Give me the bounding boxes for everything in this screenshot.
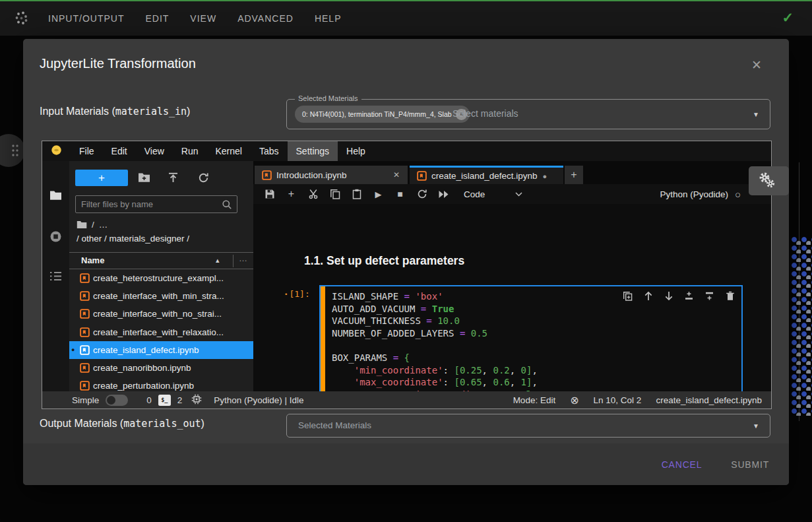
insert-cell-icon[interactable]: + [286, 189, 297, 200]
delete-cell-icon[interactable] [724, 290, 735, 302]
kernel-status-text[interactable]: Python (Pyodide) | Idle [214, 395, 303, 405]
paste-cells-icon[interactable] [351, 189, 362, 200]
more-columns-icon[interactable]: … [239, 253, 247, 263]
file-row[interactable]: create_perturbation.ipynb [69, 377, 253, 391]
new-tab-button[interactable]: + [565, 166, 583, 184]
code-token: 0.5 [471, 328, 487, 339]
jupyter-menu-help[interactable]: Help [338, 141, 374, 161]
duplicate-cell-icon[interactable] [622, 290, 633, 302]
upload-icon[interactable] [168, 172, 179, 186]
file-row[interactable]: create_interface_with_no_strai... [69, 305, 253, 323]
selected-materials-legend: Selected Materials [295, 94, 361, 102]
run-cell-icon[interactable]: ▶ [373, 189, 384, 200]
jupyter-menu-edit[interactable]: Edit [103, 141, 136, 161]
breadcrumb-root[interactable]: / [92, 220, 94, 230]
cancel-button[interactable]: CANCEL [662, 459, 703, 470]
insert-cell-above-icon[interactable] [683, 290, 695, 302]
code-token: 0.65 [460, 377, 482, 387]
selected-materials-select[interactable]: Selected Materials 0: N4Ti4(001), termin… [286, 99, 770, 129]
simple-mode-label: Simple [72, 395, 99, 405]
simple-mode-toggle[interactable] [106, 395, 128, 406]
floating-menu-button[interactable] [0, 134, 25, 167]
chevron-down-icon[interactable]: ▼ [753, 111, 759, 118]
breadcrumb-path[interactable]: / other / materials_designer / [77, 234, 189, 244]
tab-create-island-defect[interactable]: create_island_defect.ipynb ● [410, 166, 563, 184]
jupyter-menu-run[interactable]: Run [173, 141, 207, 161]
tab-introduction[interactable]: Introduction.ipynb ✕ [255, 166, 408, 184]
running-sessions-tab-icon[interactable] [49, 230, 62, 245]
insert-cell-below-icon[interactable] [704, 290, 715, 302]
jupyter-menu-settings[interactable]: Settings [288, 141, 338, 161]
copy-cells-icon[interactable] [329, 189, 340, 200]
new-launcher-button[interactable]: + [75, 170, 128, 186]
cut-cells-icon[interactable] [307, 189, 319, 200]
unsaved-dot-icon: ● [543, 172, 547, 180]
folder-icon[interactable] [77, 220, 87, 229]
material-chip[interactable]: 0: N4Ti4(001), termination TiN_P4/mmm_4,… [295, 106, 470, 123]
file-row[interactable]: create_nanoribbon.ipynb [69, 359, 253, 377]
output-materials-variable: materials_out [123, 418, 201, 430]
code-token: , [510, 377, 521, 387]
chevron-down-icon[interactable]: ▼ [753, 422, 759, 430]
file-name: create_heterostructure_exampl... [93, 273, 224, 283]
check-icon[interactable]: ✓ [782, 10, 794, 26]
file-row[interactable]: create_interface_with_min_stra... [69, 287, 253, 305]
jupyter-status-bar: Simple 0 $_ 2 Python (Pyodide) | Idle Mo… [42, 391, 771, 408]
file-row[interactable]: create_interface_with_relaxatio... [69, 323, 253, 341]
jupyter-menu-tabs[interactable]: Tabs [251, 141, 288, 161]
tab-label: Introduction.ipynb [276, 170, 347, 180]
refresh-icon[interactable] [198, 172, 209, 186]
new-folder-icon[interactable] [138, 172, 150, 185]
code-cell[interactable]: ISLAND_SHAPE = 'box' AUTO_ADD_VACUUM = T… [319, 285, 743, 391]
menu-advanced[interactable]: ADVANCED [237, 13, 294, 24]
menu-edit[interactable]: EDIT [145, 13, 169, 24]
file-list: create_heterostructure_exampl... create_… [69, 269, 253, 391]
notebook-content[interactable]: 1.1. Set up defect parameters • [1]: ISL… [253, 204, 771, 391]
kernel-selector[interactable]: Python (Pyodide) ○ [660, 189, 741, 200]
file-name: create_nanoribbon.ipynb [93, 363, 191, 373]
file-list-header[interactable]: Name ▴ … [69, 252, 253, 269]
jupyter-menu-view[interactable]: View [136, 141, 173, 161]
stop-kernel-icon[interactable]: ■ [394, 189, 406, 200]
jupyter-menu-file[interactable]: File [71, 141, 103, 161]
code-line: NUMBER_OF_ADDED_LAYERS = 0.5 [332, 327, 543, 340]
close-icon[interactable]: ✕ [751, 57, 762, 73]
cell-type-dropdown[interactable]: Code [464, 189, 522, 199]
input-materials-variable: materials_in [115, 106, 187, 117]
terminals-count[interactable]: 0 [146, 395, 152, 405]
filter-files-input[interactable] [75, 195, 237, 213]
file-row[interactable]: create_heterostructure_exampl... [69, 269, 253, 287]
menu-input-output[interactable]: INPUT/OUTPUT [48, 13, 124, 24]
submit-button[interactable]: SUBMIT [731, 459, 769, 470]
dialog-title: JupyterLite Transformation [40, 56, 196, 71]
name-column-header[interactable]: Name [81, 255, 104, 265]
settings-gear-button[interactable] [749, 166, 789, 195]
output-materials-select[interactable]: Selected Materials ▼ [286, 414, 770, 438]
move-cell-down-icon[interactable] [663, 290, 674, 302]
file-row-selected[interactable]: ● create_island_defect.ipynb [69, 341, 253, 359]
file-name: create_interface_with_no_strai... [93, 309, 222, 319]
kernels-count[interactable]: 2 [177, 395, 183, 405]
restart-run-all-icon[interactable] [438, 189, 449, 200]
move-cell-up-icon[interactable] [642, 290, 654, 302]
trust-shield-icon[interactable]: ⊗ [570, 394, 578, 407]
code-token: [ [454, 365, 459, 375]
save-icon[interactable] [264, 189, 275, 200]
table-of-contents-tab-icon[interactable] [49, 271, 62, 284]
breadcrumb-ellipsis[interactable]: … [99, 220, 108, 230]
jupyter-menu-kernel[interactable]: Kernel [206, 141, 250, 161]
notebook-icon [80, 327, 90, 337]
file-name: create_interface_with_relaxatio... [93, 327, 224, 337]
output-materials-suffix: ) [201, 418, 204, 429]
code-token: : [443, 365, 454, 375]
cell-collapser[interactable] [321, 286, 325, 391]
menu-help[interactable]: HELP [315, 13, 342, 24]
code-editor[interactable]: ISLAND_SHAPE = 'box' AUTO_ADD_VACUUM = T… [332, 290, 543, 391]
menu-view[interactable]: VIEW [190, 13, 216, 24]
restart-kernel-icon[interactable] [416, 189, 427, 200]
app-menu: INPUT/OUTPUT EDIT VIEW ADVANCED HELP [48, 1, 341, 36]
app-logo-dots-icon[interactable] [15, 11, 29, 29]
file-browser-tab-icon[interactable] [49, 190, 62, 203]
close-tab-icon[interactable]: ✕ [393, 170, 400, 179]
prompt-count: [1]: [289, 289, 309, 299]
